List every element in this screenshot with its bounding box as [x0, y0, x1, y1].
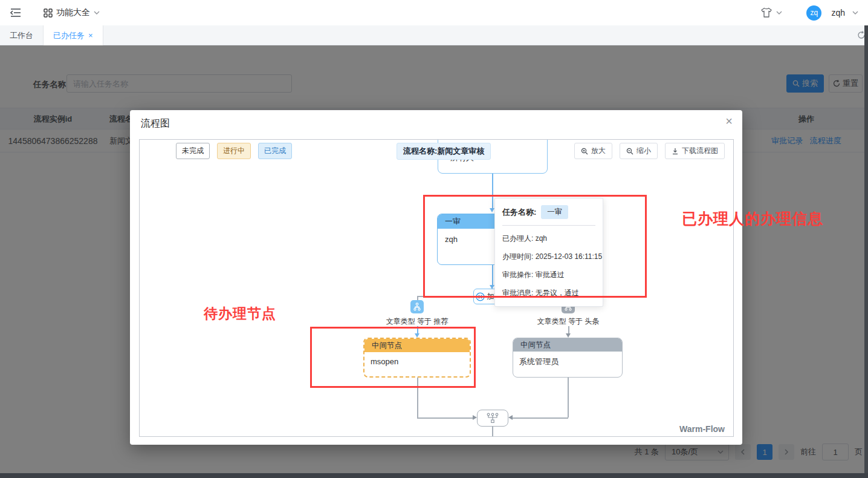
download-icon [672, 148, 679, 155]
watermark: Warm-Flow [679, 424, 725, 434]
chevron-down-icon [776, 11, 782, 15]
tooltip-task-badge: 一审 [541, 205, 568, 219]
arrow-right-icon [473, 415, 477, 420]
header-right: zq zqh [760, 5, 858, 21]
theme-menu[interactable] [760, 7, 782, 18]
screen: 功能大全 zq zqh 工作台 已办任务 × 任务名称 [0, 0, 868, 478]
connector-line [417, 378, 418, 417]
zoom-out-button[interactable]: 缩小 [620, 143, 658, 159]
connector-line [513, 417, 568, 419]
avatar[interactable]: zq [806, 5, 821, 21]
connector-line [492, 265, 493, 286]
arrow-down-icon [566, 333, 571, 338]
tooltip-task-label: 任务名称: [502, 207, 536, 218]
tooltip-handler-row: 已办理人: zqh [502, 234, 595, 244]
app-header: 功能大全 zq zqh [0, 0, 868, 25]
mid-node-assignee: msopen [364, 352, 470, 371]
pending-mid-node[interactable]: 中间节点 msopen [363, 338, 471, 378]
bottom-bar [0, 473, 868, 478]
branch-icon [413, 303, 421, 311]
right-scrollbar[interactable] [864, 25, 868, 478]
zoom-in-button[interactable]: 放大 [574, 143, 612, 159]
mid-node-title: 中间节点 [364, 339, 470, 352]
legend-doing: 进行中 [217, 143, 251, 159]
tooltip-time-row: 办理时间: 2025-12-03 16:11:15 [502, 252, 595, 262]
tab-label: 工作台 [10, 31, 33, 40]
tshirt-icon [760, 7, 772, 18]
branch-rail [417, 296, 475, 297]
legend-todo: 未完成 [176, 143, 210, 159]
download-flow-button[interactable]: 下载流程图 [665, 143, 725, 159]
download-label: 下载流程图 [682, 146, 718, 156]
legend-done: 已完成 [258, 143, 292, 159]
flow-name-badge: 流程名称:新闻文章审核 [397, 143, 491, 160]
arrow-down-icon [490, 208, 494, 212]
tooltip-task-row: 任务名称: 一审 [502, 205, 595, 219]
arrow-left-icon [508, 415, 513, 420]
sidebar-fold-icon[interactable] [10, 7, 22, 19]
fold-icon [10, 8, 21, 18]
canvas-toolbar: 放大 缩小 下载流程图 [574, 143, 725, 159]
dialog-close-icon[interactable]: × [725, 115, 733, 127]
condition-node-left[interactable] [410, 300, 424, 313]
zoom-in-label: 放大 [591, 146, 606, 156]
connector-line [417, 417, 473, 419]
user-name: zqh [831, 8, 845, 18]
task-tooltip: 任务名称: 一审 已办理人: zqh 办理时间: 2025-12-03 16:1… [494, 198, 603, 307]
grid-icon [44, 8, 53, 18]
tab-bar: 工作台 已办任务 × [0, 25, 868, 45]
condition-label-right: 文章类型 等于 头条 [523, 316, 614, 327]
gather-icon [485, 413, 500, 424]
idle-mid-node[interactable]: 中间节点 系统管理员 [513, 338, 623, 378]
arrow-down-icon [415, 333, 419, 338]
chevron-down-icon [94, 11, 100, 15]
zoom-in-icon [581, 148, 588, 155]
gather-node[interactable] [477, 410, 508, 427]
connector-line [492, 427, 493, 437]
mid-node-assignee: 系统管理员 [513, 352, 622, 372]
add-node-icon [476, 292, 485, 301]
tooltip-divider [502, 225, 595, 226]
tooltip-operation-row: 审批操作: 审批通过 [502, 270, 595, 280]
tab-done-tasks[interactable]: 已办任务 × [44, 25, 103, 45]
tab-workbench[interactable]: 工作台 [0, 25, 44, 45]
zoom-out-label: 缩小 [636, 146, 651, 156]
zoom-out-icon [626, 148, 633, 155]
status-legend: 未完成 进行中 已完成 [176, 143, 292, 159]
user-menu-chevron-icon[interactable] [852, 11, 858, 15]
condition-label-left: 文章类型 等于 推荐 [372, 316, 462, 327]
tab-label: 已办任务 [53, 25, 85, 45]
mid-node-title: 中间节点 [513, 338, 622, 352]
connector-line [492, 174, 493, 209]
connector-line [568, 378, 569, 417]
app-switcher[interactable]: 功能大全 [44, 7, 100, 18]
tab-close-icon[interactable]: × [88, 31, 93, 39]
dialog-title: 流程图 [141, 117, 170, 130]
tooltip-message-row: 审批消息: 无异议，通过 [502, 288, 595, 298]
flow-dialog: 流程图 × 未完成 进行中 已完成 流程名称:新闻文章审核 放大 缩小 [130, 110, 742, 445]
flow-canvas[interactable]: 未完成 进行中 已完成 流程名称:新闻文章审核 放大 缩小 下载流程图 [139, 139, 734, 437]
app-switcher-label: 功能大全 [56, 7, 90, 18]
